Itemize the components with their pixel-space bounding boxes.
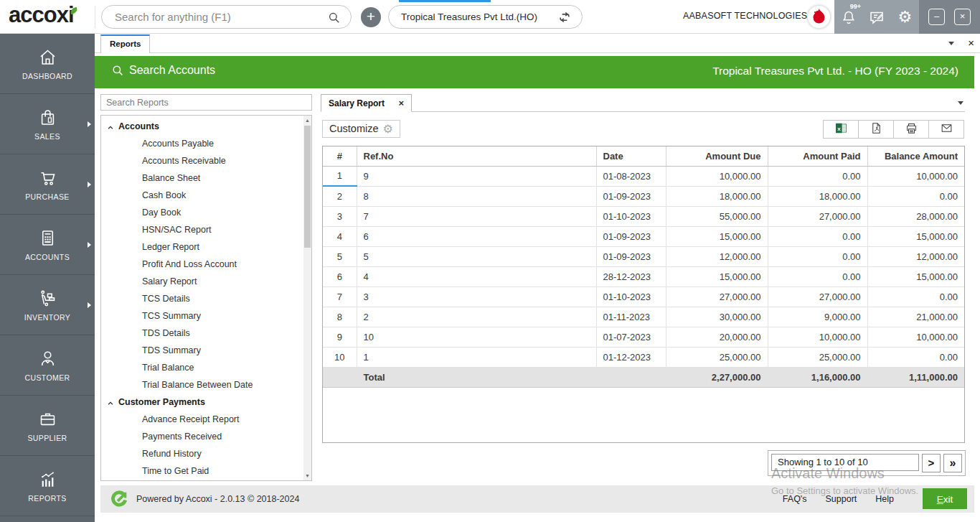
cell: 3 xyxy=(357,286,596,307)
organization-menu[interactable]: AABASOFT TECHNOLOGIES xyxy=(683,11,816,21)
search-icon[interactable] xyxy=(327,11,341,24)
table-row[interactable]: 91001-07-202320,000.0010,000.0010,000.00 xyxy=(323,327,964,347)
footer-link-faqs[interactable]: FAQ's xyxy=(783,494,807,504)
report-item-accounts-receivable[interactable]: Accounts Receivable xyxy=(101,152,303,169)
last-page-button[interactable]: » xyxy=(943,454,962,472)
reports-scrollbar[interactable]: ▲ ▼ xyxy=(303,116,311,480)
scroll-up-icon[interactable]: ▲ xyxy=(303,116,311,125)
report-item-day-book[interactable]: Day Book xyxy=(101,204,303,221)
avatar[interactable] xyxy=(808,6,830,28)
minimize-button[interactable]: – xyxy=(928,9,945,25)
cell: 01-07-2023 xyxy=(596,327,666,347)
cell: 25,000.00 xyxy=(666,347,768,367)
sidebar-item-purchase[interactable]: PURCHASE xyxy=(0,154,95,215)
cell: 01-11-2023 xyxy=(596,307,666,327)
column-header-amount-due[interactable]: Amount Due xyxy=(666,146,768,166)
cell: 27,000.00 xyxy=(768,286,867,307)
report-item-trial-balance[interactable]: Trial Balance xyxy=(101,359,303,376)
chevron-down-icon[interactable] xyxy=(948,42,954,45)
switch-company-icon[interactable] xyxy=(557,10,572,24)
customize-button[interactable]: Customize ⚙ xyxy=(322,120,400,138)
report-group-label: Accounts xyxy=(118,121,159,131)
report-item-payments-received[interactable]: Payments Received xyxy=(101,428,303,445)
report-item-advance-receipt-report[interactable]: Advance Receipt Report xyxy=(101,411,303,428)
cell: 12,000.00 xyxy=(867,246,964,266)
cell: 15,000.00 xyxy=(666,226,768,246)
search-accounts-button[interactable]: Search Accounts xyxy=(111,64,215,77)
exit-button[interactable]: Exit xyxy=(923,488,967,509)
chevron-down-icon[interactable] xyxy=(958,101,963,105)
export-excel-button[interactable]: x xyxy=(823,120,859,139)
total-cell xyxy=(596,367,666,387)
cell: 12,000.00 xyxy=(666,246,768,266)
export-pdf-button[interactable] xyxy=(858,120,894,139)
report-item-cash-book[interactable]: Cash Book xyxy=(101,187,303,204)
footer-link-support[interactable]: Support xyxy=(826,494,857,504)
sidebar-item-dashboard[interactable]: DASHBOARD xyxy=(0,34,95,94)
footer-link-help[interactable]: Help xyxy=(875,494,894,504)
shopping-bag-icon xyxy=(38,108,57,127)
report-item-balance-sheet[interactable]: Balance Sheet xyxy=(101,169,303,187)
report-item-tcs-details[interactable]: TCS Details xyxy=(101,290,303,307)
table-row[interactable]: 5501-09-202312,000.000.0012,000.00 xyxy=(323,246,964,266)
table-row[interactable]: 6428-12-202315,000.000.0015,000.00 xyxy=(323,266,964,286)
column-header-balance-amount[interactable]: Balance Amount xyxy=(867,146,964,166)
sidebar-item-accounts[interactable]: ACCOUNTS xyxy=(0,215,95,275)
close-tab-icon[interactable]: × xyxy=(968,37,974,50)
report-item-time-to-get-paid[interactable]: Time to Get Paid xyxy=(101,462,303,480)
report-item-refund-history[interactable]: Refund History xyxy=(101,445,303,462)
quick-add-button[interactable]: + xyxy=(361,7,381,27)
sidebar-item-inventory[interactable]: INVENTORY xyxy=(0,275,95,335)
table-row[interactable]: 10101-12-202325,000.0025,000.000.00 xyxy=(323,347,964,367)
sidebar-item-supplier[interactable]: SUPPLIER xyxy=(0,396,95,456)
next-page-button[interactable]: > xyxy=(922,454,941,472)
company-selector[interactable]: Tropical Treasures Pvt Ltd.(HO) xyxy=(388,5,583,29)
tab-reports[interactable]: Reports xyxy=(100,34,150,53)
report-item-trial-balance-between-date[interactable]: Trial Balance Between Date xyxy=(101,376,303,393)
report-item-ledger-report[interactable]: Ledger Report xyxy=(101,238,303,256)
column-header--[interactable]: # xyxy=(323,146,357,166)
report-group-customer-payments[interactable]: Customer Payments xyxy=(101,393,303,411)
report-item-profit-and-loss-account[interactable]: Profit And Loss Account xyxy=(101,256,303,273)
table-row[interactable]: 2801-09-202318,000.0018,000.000.00 xyxy=(323,186,964,206)
close-report-tab-icon[interactable]: × xyxy=(398,98,404,108)
scrollbar-thumb[interactable] xyxy=(304,126,311,248)
tab-salary-report[interactable]: Salary Report × xyxy=(321,94,412,112)
column-header-ref-no[interactable]: Ref.No xyxy=(357,146,596,166)
cell: 9,000.00 xyxy=(768,307,867,327)
reports-tree: AccountsAccounts PayableAccounts Receiva… xyxy=(101,116,303,480)
report-item-salary-report[interactable]: Salary Report xyxy=(101,273,303,290)
notifications-button[interactable]: 99+ xyxy=(840,9,857,26)
column-header-amount-paid[interactable]: Amount Paid xyxy=(768,146,867,166)
report-group-accounts[interactable]: Accounts xyxy=(101,118,303,135)
table-row[interactable]: 4601-09-202315,000.000.0015,000.00 xyxy=(323,226,964,246)
feedback-button[interactable] xyxy=(868,9,885,26)
sidebar-item-sales[interactable]: SALES xyxy=(0,94,95,154)
report-item-tcs-summary[interactable]: TCS Summary xyxy=(101,307,303,325)
briefcase-icon xyxy=(38,409,57,429)
settings-button[interactable]: ⚙ xyxy=(896,9,913,26)
report-item-tds-details[interactable]: TDS Details xyxy=(101,325,303,342)
report-item-tds-summary[interactable]: TDS Summary xyxy=(101,342,303,359)
column-header-date[interactable]: Date xyxy=(596,146,666,166)
global-search-input[interactable] xyxy=(113,9,321,25)
table-row[interactable]: 1901-08-202310,000.000.0010,000.00 xyxy=(323,166,964,186)
cell: 10,000.00 xyxy=(867,327,964,347)
salary-report-grid: #Ref.NoDateAmount DueAmount PaidBalance … xyxy=(322,146,965,443)
table-row[interactable]: 3701-10-202355,000.0027,000.0028,000.00 xyxy=(323,206,964,226)
search-reports-input[interactable] xyxy=(100,94,312,111)
print-button[interactable] xyxy=(893,120,929,139)
report-item-accounts-payable[interactable]: Accounts Payable xyxy=(101,135,303,152)
sidebar-item-label: SALES xyxy=(34,132,60,141)
close-button[interactable]: × xyxy=(954,9,971,25)
cell: 18,000.00 xyxy=(666,186,768,206)
table-row[interactable]: 8201-11-202330,000.009,000.0021,000.00 xyxy=(323,307,964,327)
total-label: Total xyxy=(357,367,596,387)
cell: 5 xyxy=(357,246,596,266)
table-row[interactable]: 7301-10-202327,000.0027,000.000.00 xyxy=(323,286,964,307)
email-button[interactable] xyxy=(928,120,964,139)
scroll-down-icon[interactable]: ▼ xyxy=(303,471,311,480)
report-item-hsn-sac-report[interactable]: HSN/SAC Report xyxy=(101,221,303,238)
sidebar-item-customer[interactable]: CUSTOMER xyxy=(0,335,95,396)
sidebar-item-reports[interactable]: REPORTS xyxy=(0,456,95,516)
